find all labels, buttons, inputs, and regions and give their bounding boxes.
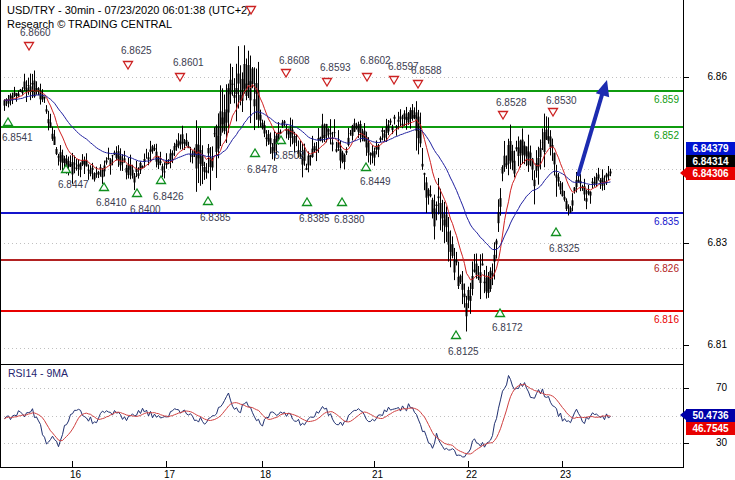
support-marker-icon <box>4 118 13 126</box>
rsi-indicator-label: RSI14 - 9MA <box>8 367 68 379</box>
ma-fast-line <box>5 85 611 280</box>
resistance-marker-icon <box>390 77 399 85</box>
rsi-ma-value-tag: 46.7545 <box>686 422 735 435</box>
last-price-value: 6.84314 <box>692 156 728 167</box>
support-marker-icon <box>452 331 461 339</box>
bid-price-tag: 6.84306 <box>686 167 735 180</box>
support-marker-icon <box>251 149 260 157</box>
resistance-marker-icon <box>247 7 256 15</box>
support-marker-icon <box>133 189 142 197</box>
support-marker-icon <box>552 228 561 236</box>
ask-price-value: 6.84379 <box>692 143 728 154</box>
support-marker-icon <box>362 163 371 171</box>
trend-arrow-head-icon <box>596 80 609 97</box>
resistance-marker-icon <box>414 81 423 89</box>
ask-price-tag: 6.84379 <box>686 142 735 155</box>
price-tag-arrow-icon <box>680 168 686 178</box>
rsi-value: 50.4736 <box>692 410 728 421</box>
rsi-value-tag: 50.4736 <box>686 409 735 422</box>
resistance-marker-icon <box>124 62 133 70</box>
resistance-marker-icon <box>549 109 558 117</box>
chart-canvas <box>0 0 735 480</box>
rsi-ma-line <box>5 384 611 454</box>
trend-arrow-shaft <box>578 88 604 176</box>
resistance-marker-icon <box>25 43 34 51</box>
rsi-ma-value: 46.7545 <box>692 423 728 434</box>
chart-window: USD/TRY - 30min - 07/23/2020 06:01:38 (U… <box>0 0 735 480</box>
support-marker-icon <box>338 198 347 206</box>
support-marker-icon <box>204 197 213 205</box>
resistance-marker-icon <box>499 112 508 120</box>
support-marker-icon <box>100 183 109 191</box>
rsi-line <box>5 376 611 458</box>
resistance-marker-icon <box>363 74 372 82</box>
bid-price-value: 6.84306 <box>692 168 728 179</box>
resistance-marker-icon <box>282 70 291 78</box>
resistance-marker-icon <box>323 79 332 87</box>
support-marker-icon <box>303 198 312 206</box>
rsi-tag-arrow-icon <box>680 410 686 420</box>
ma-slow-line <box>5 95 611 250</box>
